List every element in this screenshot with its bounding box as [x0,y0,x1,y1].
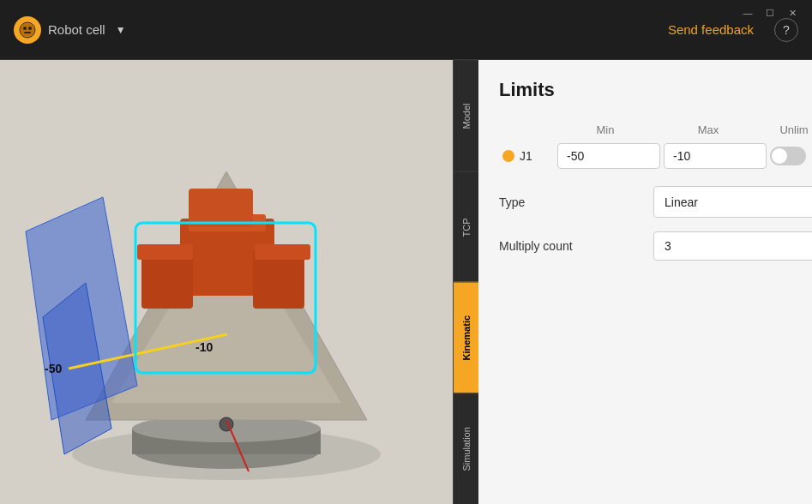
panel-header: Limits ↺ [499,77,812,103]
minimize-button[interactable]: — [742,7,754,19]
svg-text:-10: -10 [195,340,213,354]
robot-icon [18,21,37,39]
close-button[interactable]: ✕ [786,7,798,19]
j1-max-input[interactable] [664,143,767,169]
robot-scene-svg: -50 -10 [0,60,453,504]
titlebar-actions: Send feedback ? [658,17,798,42]
tab-kinematic[interactable]: Kinematic [454,282,478,393]
svg-point-0 [20,22,35,38]
side-tabs: Model TCP Kinematic Simulation [453,60,478,504]
app-identity: Robot cell ▼ [14,16,126,44]
viewport-3d: -50 -10 [0,60,453,504]
j1-label: J1 [502,149,554,163]
app-logo [14,16,41,44]
limits-panel: Limits ↺ Min Max Unlim J1 ↻ ··· [478,60,812,504]
send-feedback-button[interactable]: Send feedback [658,17,764,42]
svg-text:-50: -50 [45,362,62,375]
app-dropdown-icon[interactable]: ▼ [116,24,126,36]
j1-row: J1 ↻ ··· [499,143,812,169]
tab-simulation[interactable]: Simulation [454,393,478,505]
multiply-count-label: Multiply count [499,239,653,253]
svg-rect-19 [189,189,253,227]
table-header: Min Max Unlim [499,123,812,136]
j1-unlim-toggle[interactable] [770,147,806,165]
app-name: Robot cell [48,22,105,37]
j1-min-input[interactable] [557,143,660,169]
col-header-max: Max [657,123,760,136]
svg-rect-16 [137,244,193,260]
help-button[interactable]: ? [774,18,798,42]
tab-model[interactable]: Model [454,60,478,171]
tab-tcp[interactable]: TCP [454,171,478,283]
type-row: Type Linear ▾ [499,186,812,218]
svg-point-2 [28,27,32,30]
j1-indicator-dot [502,150,514,162]
col-header-min: Min [554,123,657,136]
col-header-unlim: Unlim [760,123,812,136]
type-select[interactable]: Linear ▾ [653,186,812,218]
col-header-empty [502,123,554,136]
type-select-value: Linear [665,195,698,209]
titlebar: — ☐ ✕ Robot cell ▼ Send feedback ? [0,0,812,60]
maximize-button[interactable]: ☐ [764,7,776,19]
multiply-count-input[interactable] [653,231,812,261]
svg-rect-18 [255,244,310,260]
panel-title: Limits [499,79,555,101]
multiply-count-row: Multiply count [499,231,812,261]
type-label: Type [499,195,653,209]
main-content: -50 -10 Model TCP Kinematic Simulation L… [0,60,812,504]
svg-point-1 [23,27,27,30]
svg-rect-3 [24,32,31,33]
